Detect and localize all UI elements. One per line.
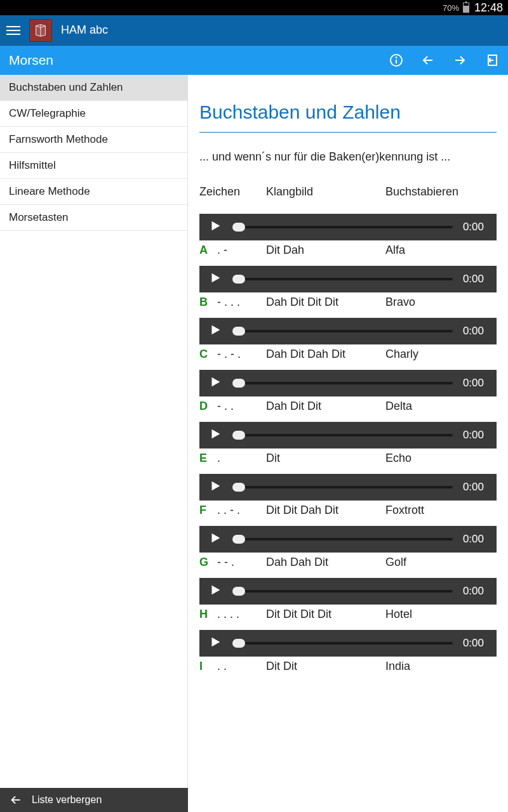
svg-marker-10 [212,377,220,387]
app-logo-icon [29,19,52,42]
seek-thumb[interactable] [232,223,245,232]
sidebar-item[interactable]: CW/Telegraphie [0,101,187,127]
col-header-zeichen: Zeichen [199,185,266,199]
seek-thumb[interactable] [232,483,245,492]
back-arrow-icon [9,793,23,807]
player-time: 0:00 [463,533,488,546]
svg-marker-8 [212,273,220,283]
entry-morse: . . [217,660,266,673]
audio-player[interactable]: 0:00 [199,318,497,344]
audio-player[interactable]: 0:00 [199,214,497,240]
entry-spell: Delta [385,400,497,413]
entry-spell: Echo [385,452,497,465]
play-icon[interactable] [208,531,222,547]
seek-thumb[interactable] [232,275,245,284]
morse-entry: 0:00I. .Dit DitIndia [199,630,497,673]
morse-entry: 0:00C- . - .Dah Dit Dah DitCharly [199,318,497,361]
entry-morse: - . . [217,400,266,413]
seek-track[interactable] [232,486,453,488]
info-icon[interactable] [389,53,404,68]
content-area: Buchstaben und Zahlen ... und wenn´s nur… [188,75,508,812]
column-headers: Zeichen Klangbild Buchstabieren [199,185,497,199]
svg-marker-12 [212,481,220,491]
morse-entry: 0:00F. . - .Dit Dit Dah DitFoxtrott [199,474,497,517]
play-icon[interactable] [208,271,222,287]
svg-marker-15 [212,638,220,647]
play-icon[interactable] [208,219,222,235]
entry-morse: - . . . [217,296,266,309]
entry-spell: Golf [385,556,497,569]
seek-track[interactable] [232,590,453,593]
sidebar-item[interactable]: Farnsworth Methode [0,127,187,153]
battery-percent: 70% [443,3,459,13]
forward-arrow-icon[interactable] [452,53,467,68]
sidebar-item[interactable]: Buchstaben und Zahlen [0,75,187,101]
play-icon[interactable] [208,427,222,443]
entry-klangbild: Dah Dah Dit [266,556,385,569]
seek-track[interactable] [232,382,453,384]
seek-track[interactable] [232,642,453,645]
seek-track[interactable] [232,226,453,228]
section-title: Morsen [9,53,53,68]
entry-klangbild: Dah Dit Dit [266,400,385,413]
audio-player[interactable]: 0:00 [199,578,497,605]
sidebar-item[interactable]: Morsetasten [0,205,187,231]
seek-thumb[interactable] [232,379,245,388]
clock: 12:48 [474,1,503,15]
app-bar: HAM abc [0,15,508,46]
entry-letter: H [199,608,217,621]
seek-thumb[interactable] [232,327,245,336]
entry-letter: D [199,400,217,413]
seek-thumb[interactable] [232,535,245,544]
entry-klangbild: Dit [266,452,385,465]
entry-klangbild: Dit Dit Dah Dit [266,504,385,517]
hide-list-button[interactable]: Liste verbergen [0,788,188,812]
entry-letter: A [199,244,217,257]
svg-point-2 [396,57,397,58]
entry-klangbild: Dah Dit Dit Dit [266,296,385,309]
svg-marker-7 [212,221,220,231]
section-bar: Morsen [0,46,508,75]
morse-entry: 0:00G- - .Dah Dah DitGolf [199,526,497,569]
audio-player[interactable]: 0:00 [199,422,497,449]
entry-letter: B [199,296,217,309]
title-divider [199,132,497,133]
svg-marker-14 [212,586,220,595]
back-arrow-icon[interactable] [420,53,436,68]
entry-letter: F [199,504,217,517]
morse-entry: 0:00B- . . .Dah Dit Dit DitBravo [199,266,497,309]
entry-letter: E [199,452,217,465]
entry-morse: . . . . [217,608,266,621]
seek-thumb[interactable] [232,639,245,648]
menu-icon[interactable] [6,23,20,37]
svg-marker-13 [212,534,220,543]
seek-thumb[interactable] [232,431,245,440]
audio-player[interactable]: 0:00 [199,266,497,292]
seek-track[interactable] [232,330,453,332]
play-icon[interactable] [208,635,222,652]
player-time: 0:00 [463,221,488,233]
entry-spell: Bravo [385,296,497,309]
play-icon[interactable] [208,323,222,339]
sidebar-item[interactable]: Hilfsmittel [0,153,187,179]
player-time: 0:00 [463,585,488,598]
seek-track[interactable] [232,278,453,280]
seek-thumb[interactable] [232,587,245,596]
audio-player[interactable]: 0:00 [199,474,497,501]
morse-entry: 0:00E.DitEcho [199,422,497,465]
audio-player[interactable]: 0:00 [199,526,497,553]
play-icon[interactable] [208,375,222,391]
seek-track[interactable] [232,434,453,436]
morse-entry: 0:00H. . . .Dit Dit Dit DitHotel [199,578,497,621]
seek-track[interactable] [232,538,453,540]
col-header-buchstabieren: Buchstabieren [385,185,497,199]
audio-player[interactable]: 0:00 [199,630,497,657]
play-icon[interactable] [208,479,222,495]
play-icon[interactable] [208,583,222,599]
sidebar-item[interactable]: Lineare Methode [0,179,187,205]
entry-spell: Alfa [385,244,497,257]
svg-marker-11 [212,429,220,439]
audio-player[interactable]: 0:00 [199,370,497,396]
battery-icon [463,3,469,13]
exit-icon[interactable] [484,53,499,68]
